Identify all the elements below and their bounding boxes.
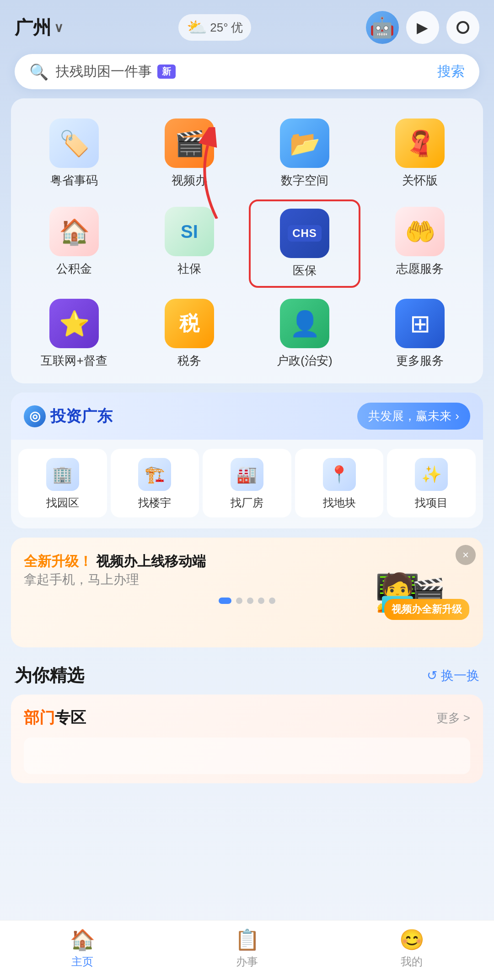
genduofuwu-label: 更多服务 [396,353,444,369]
banner-dot-4[interactable] [258,598,264,604]
zhaoxiangmu-icon: ✨ [415,458,448,491]
location-button[interactable]: 广州 ∨ [15,15,64,40]
avatar-icon: 🤖 [370,16,395,39]
yueshengshima-icon: 🏷️ [59,129,90,158]
huzheng-icon: 👤 [290,309,320,338]
service-item-gongjijin[interactable]: 🏠 公积金 [18,199,130,288]
bottom-spacer [0,792,494,847]
guanhuaiban-label: 关怀版 [402,172,438,188]
banner-dot-1[interactable] [219,598,231,604]
invest-item-zhaochang[interactable]: 🏭 找厂房 [203,449,291,517]
profile-label: 我的 [401,954,423,969]
shuiwu-icon-box: 税 [165,299,214,348]
nav-item-profile[interactable]: 😊 我的 [329,928,494,969]
service-item-hulianwang[interactable]: ⭐ 互联网+督查 [18,291,130,376]
zhaoyuanqu-label: 找园区 [46,495,79,510]
invest-item-zhaoxiangmu[interactable]: ✨ 找项目 [387,449,476,517]
huzheng-label: 户政(治安) [277,353,332,369]
invest-logo-icon: ◎ [24,405,46,427]
invest-slogan-chevron: › [455,409,459,423]
guanhuaiban-icon-box: 🧣 [395,118,445,168]
refresh-icon: ↺ [427,668,437,683]
shuzikongjian-icon: 📂 [290,129,320,158]
hulianwang-icon-box: ⭐ [49,299,99,348]
dept-title-part2: 专区 [55,709,86,726]
invest-grid: 🏢 找园区 🏗️ 找楼宇 🏭 找厂房 📍 找地块 ✨ 找项目 [11,440,483,528]
invest-slogan[interactable]: 共发展，赢未来 › [357,403,470,430]
service-item-genduofuwu[interactable]: ⊞ 更多服务 [364,291,476,376]
shuiwu-icon: 税 [179,310,199,337]
home-icon: 🏠 [70,928,95,952]
yibao-icon-box: CHS [280,209,329,258]
banner-upgrade-badge: 视频办全新升级 [384,599,469,620]
nav-item-home[interactable]: 🏠 主页 [0,928,165,969]
search-bar: 🔍 扶残助困一件事 新 搜索 [15,54,479,89]
service-grid-row1: 🏷️ 粤省事码 🎬 视频办 📂 数字空间 🧣 关怀版 [11,98,483,383]
record-icon [456,21,469,34]
record-button[interactable] [446,11,479,44]
invest-item-zhaodiceng[interactable]: 📍 找地块 [295,449,384,517]
dept-title-part1: 部门 [24,709,55,726]
shebao-icon: SI [181,221,198,242]
service-item-yibao[interactable]: CHS 医保 [249,199,360,288]
dept-section: 部门专区 更多 > [11,695,483,783]
refresh-label: 换一换 [441,667,479,684]
icon-grid-3: ⭐ 互联网+督查 税 税务 👤 户政(治安) ⊞ 更多服务 [18,291,476,376]
service-item-shuzikongijian[interactable]: 📂 数字空间 [249,111,360,196]
yibao-chs-badge: CHS [288,225,322,242]
dept-more-button[interactable]: 更多 > [436,710,470,726]
service-item-zhiyuanfuwu[interactable]: 🤲 志愿服务 [364,199,476,288]
yueshengshima-icon-box: 🏷️ [49,118,99,168]
invest-logo-icon-symbol: ◎ [29,409,40,424]
location-nav-button[interactable]: ▶ [406,11,439,44]
shipingban-icon-box: 🎬 [165,118,214,168]
navigate-icon: ▶ [417,19,428,36]
shuzikongjian-label: 数字空间 [281,172,328,188]
weather-badge: ⛅ 25° 优 [178,14,251,41]
search-new-tag: 新 [157,65,176,79]
service-item-huzheng[interactable]: 👤 户政(治安) [249,291,360,376]
zhaochang-icon: 🏭 [231,458,263,491]
banner-badge-text: 视频办全新升级 [392,603,462,615]
search-button[interactable]: 搜索 [437,62,465,81]
genduofuwu-icon: ⊞ [410,309,430,338]
banner-dot-3[interactable] [247,598,253,604]
zhiyuanfuwu-label: 志愿服务 [396,261,444,277]
zhiyuanfuwu-icon-box: 🤲 [395,207,445,256]
chevron-down-icon: ∨ [54,20,64,35]
zhaodiceng-icon: 📍 [323,458,356,491]
shuzikongjian-icon-box: 📂 [280,118,329,168]
service-item-shipingban[interactable]: 🎬 视频办 [134,111,245,196]
yueshengshima-label: 粤省事码 [50,172,98,188]
service-item-shebao[interactable]: SI 社保 [134,199,245,288]
banner-illustration: 🧑‍💻 🎬 [346,547,474,638]
zhaodiceng-label: 找地块 [323,495,356,510]
genduofuwu-icon-box: ⊞ [395,299,445,348]
shebao-label: 社保 [177,261,201,277]
home-label: 主页 [71,954,93,969]
nav-item-tasks[interactable]: 📋 办事 [165,928,329,969]
banner-section: × 全新升级！ 视频办上线移动端 拿起手机，马上办理 🧑‍💻 🎬 视频办全新升级 [11,538,483,647]
invest-item-zhaoyuanqu[interactable]: 🏢 找园区 [18,449,107,517]
search-text[interactable]: 扶残助困一件事 新 [56,62,430,81]
icon-grid-1: 🏷️ 粤省事码 🎬 视频办 📂 数字空间 🧣 关怀版 [18,111,476,196]
weather-quality: 优 [231,20,243,36]
shipingban-icon: 🎬 [174,129,205,158]
search-icon: 🔍 [29,63,48,81]
for-you-title: 为你精选 [15,664,84,687]
service-item-guanhuaiban[interactable]: 🧣 关怀版 [364,111,476,196]
shuiwu-label: 税务 [177,353,201,369]
tasks-icon: 📋 [235,928,260,952]
profile-icon: 😊 [399,928,424,952]
banner-dot-5[interactable] [269,598,275,604]
banner-dot-2[interactable] [236,598,242,604]
gongjijin-icon: 🏠 [59,217,90,246]
avatar-button[interactable]: 🤖 [366,11,399,44]
service-item-yueshengshima[interactable]: 🏷️ 粤省事码 [18,111,130,196]
bottom-nav: 🏠 主页 📋 办事 😊 我的 [0,920,494,980]
zhaoyuanqu-icon: 🏢 [46,458,79,491]
invest-item-zhaoloyu[interactable]: 🏗️ 找楼宇 [111,449,199,517]
for-you-refresh-button[interactable]: ↺ 换一换 [427,667,479,684]
service-item-shuiwu[interactable]: 税 税务 [134,291,245,376]
dept-section-header: 部门专区 更多 > [24,707,470,728]
